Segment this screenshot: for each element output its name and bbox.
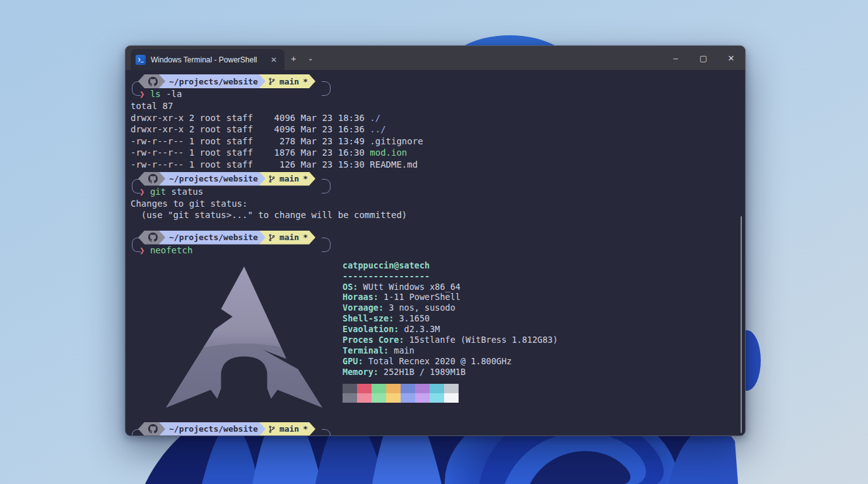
prompt-dirty-flag: * xyxy=(303,77,308,86)
desktop: ❯_ Windows Terminal - PowerShell ✕ + ⌄ –… xyxy=(0,0,868,484)
neofetch-separator: ----------------- xyxy=(343,271,558,282)
git-branch-icon xyxy=(268,77,276,86)
ls-row: -rw-r--r-- 1 root staff 1876 Mar 23 16:3… xyxy=(131,147,745,159)
prompt-segment-git: main* xyxy=(259,231,315,245)
neofetch-info: catppuccin@satech ----------------- OS: … xyxy=(343,260,558,413)
git-branch-icon xyxy=(268,425,276,434)
close-button[interactable]: ✕ xyxy=(717,46,745,70)
file-name: README.md xyxy=(370,159,418,170)
terminal-content[interactable]: ~/projects/website main* ❯ ls -la total … xyxy=(126,70,745,436)
prompt-segment-path: ~/projects/website xyxy=(159,231,266,245)
github-octocat-icon xyxy=(148,424,158,434)
ls-total: total 87 xyxy=(131,100,745,112)
command-ls: ls xyxy=(150,89,161,99)
github-octocat-icon xyxy=(148,77,158,86)
ls-row: drwxr-xr-x 2 root staff 4096 Mar 23 18:3… xyxy=(131,112,745,124)
window-controls: – ▢ ✕ xyxy=(662,46,745,70)
command-git: git xyxy=(150,187,166,197)
git-branch-icon xyxy=(268,175,276,183)
neofetch-entry: Proces Core: 15stlanfe (WitBress 1.812G8… xyxy=(343,335,558,345)
neofetch-entry: Shell-sze: 3.1650 xyxy=(343,313,558,324)
neofetch-output: catppuccin@satech ----------------- OS: … xyxy=(131,260,745,413)
neofetch-entry: Evaolation: d2.3.3M xyxy=(343,324,558,335)
minimize-button[interactable]: – xyxy=(662,46,689,70)
prompt-segment-git: main* xyxy=(259,422,315,436)
prompt-current: ~/projects/website main* ❯ xyxy=(131,422,745,436)
maximize-button[interactable]: ▢ xyxy=(689,46,717,70)
terminal-color-palette xyxy=(343,384,558,403)
new-tab-button[interactable]: + xyxy=(284,52,303,65)
powershell-icon: ❯_ xyxy=(136,55,146,65)
prompt-path: ~/projects/website xyxy=(169,77,258,86)
command-neofetch: neofetch xyxy=(150,245,192,255)
git-output-line: Changes to git status: xyxy=(131,198,745,210)
command-git-args: status xyxy=(166,187,203,197)
prompt-branch: main xyxy=(279,77,299,86)
prompt-segment-path: ~/projects/website xyxy=(159,172,266,186)
git-output-line: (use "git status>..." to change will be … xyxy=(131,209,745,221)
neofetch-entry: GPU: Total Recnex 2020 @ 1.800GHz xyxy=(343,356,558,367)
prompt-segment-git: main* xyxy=(259,74,315,88)
prompt-3: ~/projects/website main* ❯ neofetch xyxy=(131,231,745,256)
neofetch-entry: Memory: 252H1B / 1989M1B xyxy=(343,367,558,377)
terminal-window: ❯_ Windows Terminal - PowerShell ✕ + ⌄ –… xyxy=(125,45,746,436)
file-name: ../ xyxy=(370,124,385,134)
tab-powershell[interactable]: ❯_ Windows Terminal - PowerShell ✕ xyxy=(131,49,284,70)
file-name: .gitignore xyxy=(370,136,423,146)
ls-row: -rw-r--r-- 1 root staff 126 Mar 23 15:30… xyxy=(131,159,745,171)
tab-title: Windows Terminal - PowerShell xyxy=(151,55,263,64)
tab-close-icon[interactable]: ✕ xyxy=(268,54,279,66)
arch-logo xyxy=(131,263,343,413)
prompt-2: ~/projects/website main* ❯ git status xyxy=(131,172,745,198)
git-branch-icon xyxy=(268,233,276,242)
neofetch-user: catppuccin@satech xyxy=(343,260,558,271)
github-octocat-icon xyxy=(148,174,158,183)
titlebar: ❯_ Windows Terminal - PowerShell ✕ + ⌄ –… xyxy=(126,46,745,70)
prompt-segment-path: ~/projects/website xyxy=(159,74,266,88)
ls-row: drwxr-xr-x 2 root staff 4096 Mar 23 16:3… xyxy=(131,124,745,135)
scrollbar-thumb[interactable] xyxy=(741,216,742,433)
tab-dropdown-button[interactable]: ⌄ xyxy=(303,53,319,64)
github-octocat-icon xyxy=(148,233,158,242)
neofetch-entry: Voraage: 3 nos, susodo xyxy=(343,302,558,313)
command-ls-args: -la xyxy=(161,89,182,99)
file-name: mod.ion xyxy=(370,147,407,158)
neofetch-entry: OS: WUtt Windows x86_64 xyxy=(343,282,558,292)
prompt-segment-git: main* xyxy=(259,172,315,186)
file-name: ./ xyxy=(370,113,380,123)
ls-row: -rw-r--r-- 1 root staff 278 Mar 23 13:49… xyxy=(131,135,745,147)
prompt-segment-path: ~/projects/website xyxy=(159,422,266,436)
prompt-1: ~/projects/website main* ❯ ls -la xyxy=(131,74,745,100)
neofetch-entry: Terminal: main xyxy=(343,345,558,356)
neofetch-entry: Horaas: 1-11 PowerShell xyxy=(343,292,558,302)
